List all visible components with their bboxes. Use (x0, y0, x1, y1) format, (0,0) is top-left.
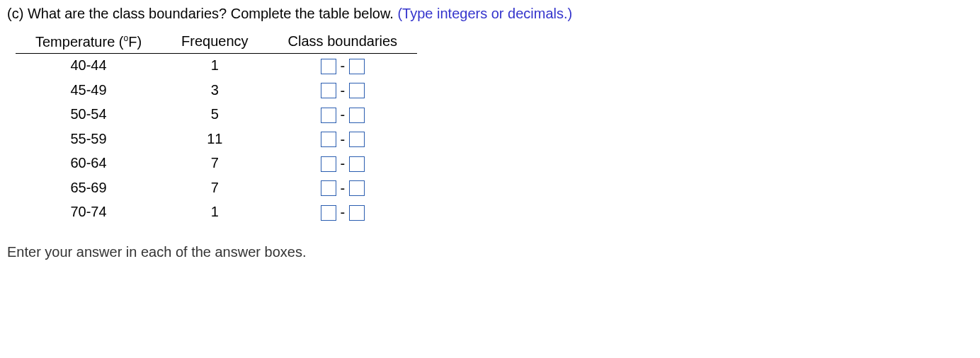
upper-boundary-input[interactable] (349, 156, 365, 172)
part-label: (c) (7, 6, 23, 21)
upper-boundary-input[interactable] (349, 59, 365, 74)
lower-boundary-input[interactable] (321, 83, 336, 98)
question-prompt: What are the class boundaries? Complete … (28, 6, 394, 21)
col-header-frequency: Frequency (161, 30, 268, 53)
dash-separator: - (341, 58, 346, 74)
lower-boundary-input[interactable] (321, 59, 336, 74)
upper-boundary-input[interactable] (349, 108, 365, 123)
temperature-range: 65-69 (16, 175, 161, 200)
temperature-range: 45-49 (16, 78, 161, 103)
boundary-cell: - (321, 107, 365, 123)
question-hint: (Type integers or decimals.) (397, 6, 572, 21)
table-row: 50-54 5 - (16, 103, 417, 127)
lower-boundary-input[interactable] (321, 180, 336, 196)
upper-boundary-input[interactable] (349, 132, 365, 147)
table-row: 40-44 1 - (16, 53, 417, 78)
boundary-cell: - (321, 156, 365, 172)
lower-boundary-input[interactable] (321, 132, 336, 147)
col-header-temperature: Temperature (oF) (16, 30, 161, 53)
dash-separator: - (341, 132, 346, 148)
frequency-value: 3 (161, 78, 268, 103)
boundary-cell: - (321, 58, 365, 74)
frequency-value: 5 (161, 103, 268, 127)
table-row: 55-59 11 - (16, 127, 417, 151)
temperature-range: 55-59 (16, 127, 161, 151)
table-row: 45-49 3 - (16, 78, 417, 103)
lower-boundary-input[interactable] (321, 108, 336, 123)
upper-boundary-input[interactable] (349, 180, 365, 196)
dash-separator: - (341, 204, 346, 221)
lower-boundary-input[interactable] (321, 156, 336, 172)
col-header-temperature-prefix: Temperature ( (35, 34, 124, 50)
table-body: 40-44 1 - 45-49 3 - 50-54 (16, 53, 417, 224)
dash-separator: - (341, 107, 346, 123)
frequency-value: 1 (161, 200, 268, 225)
col-header-boundaries: Class boundaries (268, 30, 418, 53)
temperature-range: 60-64 (16, 151, 161, 176)
dash-separator: - (341, 83, 346, 99)
question-line: (c) What are the class boundaries? Compl… (7, 6, 973, 22)
table-row: 60-64 7 - (16, 151, 417, 176)
temperature-range: 50-54 (16, 103, 161, 127)
lower-boundary-input[interactable] (321, 205, 336, 221)
table-row: 70-74 1 - (16, 200, 417, 225)
boundary-cell: - (321, 204, 365, 221)
table-row: 65-69 7 - (16, 175, 417, 200)
frequency-value: 1 (161, 53, 268, 78)
frequency-table: Temperature (oF) Frequency Class boundar… (16, 30, 417, 224)
footer-instruction: Enter your answer in each of the answer … (7, 244, 973, 260)
temperature-range: 40-44 (16, 53, 161, 78)
boundary-cell: - (321, 132, 365, 148)
temperature-range: 70-74 (16, 200, 161, 225)
boundary-cell: - (321, 180, 365, 197)
frequency-value: 11 (161, 127, 268, 151)
dash-separator: - (341, 156, 346, 172)
col-header-temperature-suffix: F) (128, 34, 142, 50)
boundary-cell: - (321, 83, 365, 99)
upper-boundary-input[interactable] (349, 83, 365, 98)
upper-boundary-input[interactable] (349, 205, 365, 221)
frequency-value: 7 (161, 175, 268, 200)
frequency-value: 7 (161, 151, 268, 176)
dash-separator: - (341, 180, 346, 197)
